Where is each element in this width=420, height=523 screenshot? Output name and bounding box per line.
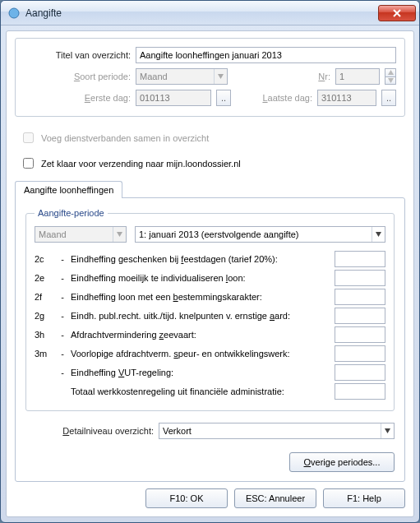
line-dash: - (59, 292, 66, 302)
line-code: 3h (35, 330, 54, 340)
title-label: Titel van overzicht: (24, 50, 131, 60)
overview-title-input[interactable] (136, 47, 396, 63)
eerste-dag-picker: .. (216, 90, 231, 106)
line-dash: - (59, 368, 66, 377)
loondossier-label: Zet klaar voor verzending naar mijn.loon… (41, 159, 241, 169)
line-amount-input[interactable] (335, 326, 385, 343)
aangifte-line-row: 2g-Eindh. publ.recht. uitk./tijd. knelpu… (35, 308, 385, 324)
nr-input (335, 68, 380, 85)
line-code: 3m (35, 349, 54, 359)
samenvoegen-checkbox (23, 132, 34, 143)
soort-periode-combo: Maand (136, 68, 228, 85)
svg-marker-5 (376, 232, 381, 237)
svg-marker-6 (385, 428, 390, 433)
overige-periodes-button[interactable]: Overige periodes... (289, 452, 395, 472)
spinner-up (385, 68, 396, 77)
detailniveau-combo[interactable]: Verkort (159, 423, 395, 439)
app-icon (7, 7, 21, 20)
line-description: Eindheffing geschenken bij feestdagen (t… (71, 254, 330, 264)
chevron-down-icon (113, 227, 126, 242)
svg-marker-1 (218, 74, 224, 79)
line-amount-input[interactable] (335, 308, 385, 324)
line-amount-input[interactable] (335, 289, 385, 305)
titlebar: Aangifte (1, 1, 419, 25)
aangifte-line-row: 2f-Eindheffing loon met een bestemmingsk… (35, 289, 385, 305)
spinner-down (385, 77, 396, 86)
chevron-down-icon (372, 227, 385, 242)
window-title: Aangifte (25, 7, 378, 19)
overview-group: Titel van overzicht: Soort periode: Maan… (15, 38, 405, 117)
tab-panel: Aangifte-periode Maand 1: januari 2013 (… (15, 197, 405, 482)
line-description: Eindheffing loon met een bestemmingskara… (71, 292, 330, 302)
laatste-dag-input (317, 90, 376, 106)
dialog-footer: F10: OK ESC: Annuleer F1: Help (15, 482, 405, 508)
aangifte-line-row: -Eindheffing VUT-regeling: (35, 364, 385, 381)
samenvoegen-label: Voeg dienstverbanden samen in overzicht (41, 133, 209, 143)
aangifte-periode-legend: Aangifte-periode (35, 208, 108, 218)
nr-label: Nr: (311, 72, 330, 81)
samenvoegen-check-row: Voeg dienstverbanden samen in overzicht (20, 130, 405, 146)
content-area: Titel van overzicht: Soort periode: Maan… (6, 30, 414, 517)
help-button[interactable]: F1: Help (323, 488, 405, 508)
periode-select-combo[interactable]: 1: januari 2013 (eerstvolgende aangifte) (135, 226, 385, 243)
chevron-down-icon (381, 423, 394, 438)
line-dash: - (59, 311, 66, 321)
tab-strip: Aangifte loonheffingen (15, 181, 405, 197)
line-amount-input[interactable] (335, 251, 385, 267)
aangifte-periode-group: Aangifte-periode Maand 1: januari 2013 (… (25, 208, 395, 411)
svg-point-0 (9, 8, 19, 18)
nr-spinner (385, 68, 396, 85)
svg-marker-2 (388, 70, 394, 75)
aangifte-line-row: 2c-Eindheffing geschenken bij feestdagen… (35, 251, 385, 267)
line-code: 2g (35, 311, 54, 321)
line-amount-input[interactable] (335, 364, 385, 381)
close-icon (393, 9, 401, 17)
dialog-window: Aangifte Titel van overzicht: Soort peri… (0, 0, 420, 523)
line-description: Afdrachtvermindering zeevaart: (71, 330, 330, 340)
line-dash: - (59, 330, 66, 340)
line-description: Eindheffing VUT-regeling: (71, 368, 330, 377)
line-code: 2f (35, 292, 54, 302)
loondossier-check-row: Zet klaar voor verzending naar mijn.loon… (20, 155, 405, 171)
aangifte-line-row: 3h-Afdrachtvermindering zeevaart: (35, 326, 385, 343)
laatste-dag-picker: .. (381, 90, 396, 106)
aangifte-line-row: 3m-Voorlopige afdrachtverm. speur- en on… (35, 345, 385, 362)
eerste-dag-input (136, 90, 211, 106)
line-description: Voorlopige afdrachtverm. speur- en ontwi… (71, 349, 330, 359)
svg-marker-4 (117, 232, 122, 237)
ok-button[interactable]: F10: OK (145, 488, 228, 508)
line-description: Eindh. publ.recht. uitk./tijd. knelpunte… (71, 311, 330, 321)
detailniveau-label: Detailniveau overzicht: (25, 426, 154, 436)
line-dash: - (59, 254, 66, 264)
line-code: 2e (35, 273, 54, 283)
svg-marker-3 (388, 78, 394, 83)
laatste-dag-label: Laatste dag: (262, 93, 312, 103)
line-amount-input[interactable] (335, 383, 385, 400)
chevron-down-icon (214, 69, 227, 84)
soort-periode-label: Soort periode: (24, 72, 131, 81)
eerste-dag-label: Eerste dag: (24, 93, 131, 103)
aangifte-line-row: Totaal werkkostenregeling uit financiële… (35, 383, 385, 400)
line-dash: - (59, 273, 66, 283)
line-code: 2c (35, 254, 54, 264)
line-description: Totaal werkkostenregeling uit financiële… (71, 386, 330, 396)
periode-freq-combo: Maand (35, 226, 127, 243)
cancel-button[interactable]: ESC: Annuleer (234, 488, 316, 508)
line-amount-input[interactable] (335, 270, 385, 286)
tab-aangifte-loonheffingen[interactable]: Aangifte loonheffingen (15, 181, 122, 198)
line-description: Eindheffing moeilijk te individualiseren… (71, 273, 330, 283)
aangifte-line-row: 2e-Eindheffing moeilijk te individualise… (35, 270, 385, 286)
line-amount-input[interactable] (335, 345, 385, 362)
close-button[interactable] (378, 5, 416, 21)
line-dash: - (59, 349, 66, 359)
loondossier-checkbox[interactable] (23, 158, 34, 169)
